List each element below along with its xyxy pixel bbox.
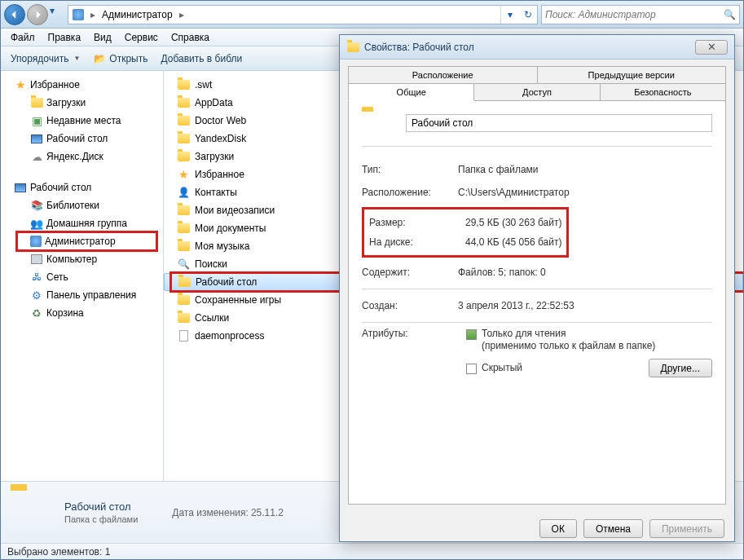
menu-edit[interactable]: Правка [42,29,88,46]
sidebar-computer[interactable]: Компьютер [1,250,163,268]
user-folder-icon [70,7,86,23]
details-meta: Дата изменения: 25.11.2 [172,507,284,518]
ondisk-label: На диске: [369,236,465,248]
breadcrumb-segment[interactable]: Администратор [98,6,177,24]
folder-icon [177,96,190,109]
sidebar-desktop-fav[interactable]: Рабочий стол [1,130,163,148]
highlight-box: Размер:29,5 КБ (30 263 байт) На диске:44… [362,207,569,258]
sidebar-libraries[interactable]: 📚Библиотеки [1,196,163,214]
star-icon: ★ [14,78,27,91]
cpanel-icon: ⚙ [30,289,43,302]
type-label: Тип: [362,164,458,175]
breadcrumb[interactable]: ▸ Администратор ▸ ▾ ↻ [68,5,538,24]
forward-button[interactable] [27,4,48,25]
created-value: 3 апреля 2013 г., 22:52:53 [458,300,575,311]
folder-icon [177,293,190,306]
other-attributes-button[interactable]: Другие... [649,359,712,377]
tab-security[interactable]: Безопасность [601,83,726,101]
folder-icon [177,114,190,127]
size-label: Размер: [369,217,465,228]
history-dropdown[interactable]: ▾ [50,5,61,24]
folder-thumb [11,491,55,535]
tab-sharing[interactable]: Доступ [474,83,600,101]
menu-file[interactable]: Файл [4,29,42,46]
refresh-icon[interactable]: ↻ [519,6,537,24]
recent-icon: ▣ [30,114,43,127]
recycle-icon: ♻ [30,306,43,320]
folder-icon [177,132,190,145]
contacts-icon: 👤 [177,186,190,199]
folder-icon [177,311,190,324]
ondisk-value: 44,0 КБ (45 056 байт) [465,236,561,248]
cancel-button[interactable]: Отмена [583,519,643,538]
sidebar-network[interactable]: 🖧Сеть [1,268,163,286]
dialog-buttons: ОК Отмена Применить [340,511,734,546]
folder-icon [177,150,190,163]
sidebar-control-panel[interactable]: ⚙Панель управления [1,286,163,304]
network-icon: 🖧 [30,271,43,284]
location-label: Расположение: [362,187,458,198]
star-icon: ★ [177,168,190,181]
back-button[interactable] [4,4,25,25]
search-box[interactable]: 🔍 [541,5,740,24]
sidebar-administrator[interactable]: Администратор [1,232,163,250]
created-label: Создан: [362,300,458,311]
folder-icon [178,276,191,289]
user-icon [30,236,42,247]
file-icon [177,329,190,342]
breadcrumb-dropdown[interactable]: ▾ [501,6,519,24]
download-icon [30,96,43,109]
add-library-button[interactable]: Добавить в библи [154,48,249,69]
dialog-title: Свойства: Рабочий стол [364,42,695,53]
hidden-checkbox[interactable] [466,364,477,374]
organize-button[interactable]: Упорядочить▼ [4,48,86,69]
desktop-icon [14,181,27,194]
favorites-group[interactable]: ★Избранное [1,76,163,94]
details-subtitle: Папка с файлами [64,514,138,524]
computer-icon [30,253,43,266]
search-icon[interactable]: 🔍 [723,8,736,21]
open-icon: 📂 [93,52,106,65]
folder-name-input[interactable] [406,114,712,132]
library-icon: 📚 [30,199,43,212]
open-button[interactable]: 📂Открыть [86,48,154,69]
chevron-right-icon[interactable]: ▸ [177,9,187,20]
type-value: Папка с файлами [458,164,539,175]
contains-value: Файлов: 5; папок: 0 [458,267,546,278]
folder-icon [177,222,190,235]
folder-icon [177,240,190,253]
folder-icon [177,78,190,91]
nav-pane: ★Избранное Загрузки ▣Недавние места Рабо… [1,71,164,481]
folder-icon [346,41,359,54]
sidebar-downloads[interactable]: Загрузки [1,94,163,112]
menu-tools[interactable]: Сервис [118,29,165,46]
chevron-right-icon[interactable]: ▸ [88,9,98,20]
readonly-label: Только для чтения(применимо только к фай… [482,328,655,352]
sidebar-homegroup[interactable]: 👥Домашняя группа [1,214,163,232]
location-value: C:\Users\Администратор [458,187,570,198]
sidebar-recycle-bin[interactable]: ♻Корзина [1,304,163,322]
readonly-checkbox[interactable] [466,329,477,340]
attributes-label: Атрибуты: [362,328,458,377]
sidebar-yandex-disk[interactable]: ☁Яндекс.Диск [1,148,163,165]
search-folder-icon: 🔍 [177,258,190,271]
tab-general[interactable]: Общие [348,83,474,101]
folder-icon [362,112,391,134]
menu-view[interactable]: Вид [87,29,118,46]
tab-previous[interactable]: Предыдущие версии [538,66,727,84]
close-button[interactable]: ✕ [695,40,728,55]
desktop-icon [30,132,43,145]
contains-label: Содержит: [362,267,458,278]
sidebar-recent[interactable]: ▣Недавние места [1,112,163,130]
apply-button[interactable]: Применить [649,519,724,538]
ok-button[interactable]: ОК [539,519,577,538]
details-title: Рабочий стол [64,500,138,513]
navbar: ▾ ▸ Администратор ▸ ▾ ↻ 🔍 [1,1,743,29]
desktop-group[interactable]: Рабочий стол [1,179,163,196]
dialog-titlebar[interactable]: Свойства: Рабочий стол ✕ [340,35,734,60]
search-input[interactable] [545,9,723,20]
size-value: 29,5 КБ (30 263 байт) [465,217,561,228]
hidden-label: Скрытый [482,362,522,374]
menu-help[interactable]: Справка [165,29,216,46]
tab-location[interactable]: Расположение [348,66,538,84]
